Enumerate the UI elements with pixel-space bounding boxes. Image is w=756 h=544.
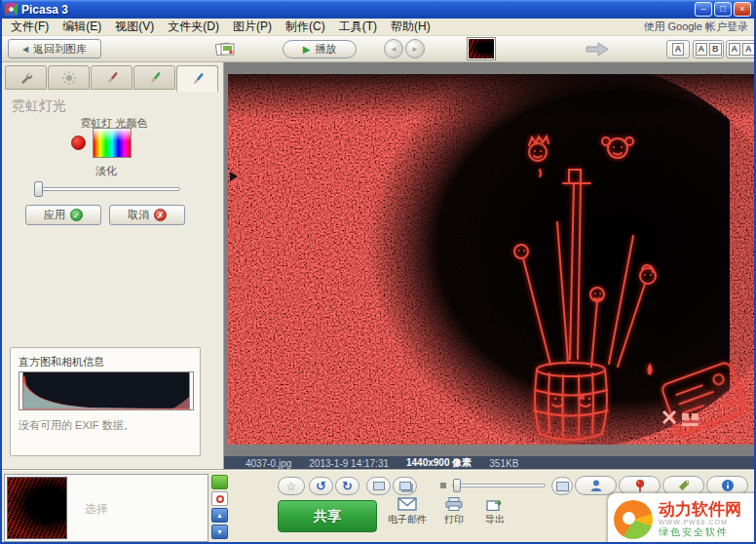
forward-arrow-button[interactable]: [585, 42, 610, 57]
compare-aa-1: A: [729, 43, 741, 56]
zoom-slider-track[interactable]: [452, 484, 546, 487]
upload-arrow-icon: ▲: [216, 512, 223, 519]
fade-slider-track[interactable]: [34, 187, 180, 191]
menubar: 文件(F) 编辑(E) 视图(V) 文件夹(D) 图片(P) 制作(C) 工具(…: [2, 19, 754, 36]
watermark-name: 动力软件网: [659, 500, 741, 519]
geotag-photo-button[interactable]: [393, 477, 417, 495]
view-single-label: A: [672, 43, 685, 56]
maximize-button[interactable]: □: [714, 2, 732, 17]
toolbar: ◀ 返回到图库 ▶ 播放 ◄ ► A A B: [2, 36, 754, 62]
apply-label: 应用: [44, 208, 65, 222]
menu-tools[interactable]: 工具(T): [332, 18, 384, 36]
tray-more-button[interactable]: ▼: [211, 525, 228, 539]
menu-create[interactable]: 制作(C): [279, 18, 332, 36]
app-icon: [5, 3, 18, 16]
print-button[interactable]: 打印: [436, 497, 472, 526]
menu-picture[interactable]: 图片(P): [226, 18, 279, 36]
envelope-icon: [397, 497, 417, 511]
prev-icon: ◄: [390, 45, 397, 54]
window-title: Picasa 3: [21, 3, 68, 17]
menu-file[interactable]: 文件(F): [4, 18, 56, 36]
clear-circle-icon: [216, 495, 224, 503]
close-button[interactable]: ×: [734, 2, 751, 17]
view-compare-ab-button[interactable]: A B: [693, 40, 724, 58]
photo-tray: 选择: [4, 474, 208, 542]
menu-view[interactable]: 视图(V): [108, 18, 161, 36]
places-button[interactable]: [619, 476, 661, 495]
exif-message: 没有可用的 EXIF 数据。: [19, 418, 134, 433]
histogram-info-box: 直方图和相机信息 没有可用的 EXIF 数据。: [10, 347, 201, 456]
tray-upload-button[interactable]: ▲: [211, 508, 228, 523]
wrench-icon: [19, 70, 34, 86]
menu-folder[interactable]: 文件夹(D): [161, 18, 226, 36]
photo-viewer: [224, 62, 756, 456]
email-label: 电子邮件: [388, 513, 427, 526]
photo-collage-icon[interactable]: [214, 40, 236, 58]
tab-basic-fixes[interactable]: [5, 65, 47, 90]
edit-tabstrip: [5, 65, 218, 92]
rotate-cw-button[interactable]: ↻: [335, 477, 359, 495]
color-picker-gradient[interactable]: [93, 128, 132, 158]
slideshow-next-button[interactable]: ►: [405, 39, 425, 58]
print-label: 打印: [444, 513, 464, 526]
export-button[interactable]: 导出: [475, 497, 514, 526]
printer-icon: [445, 497, 463, 511]
blue-brush-icon: [190, 71, 206, 87]
menu-edit[interactable]: 编辑(E): [56, 18, 108, 36]
view-compare-aa-button[interactable]: A A: [726, 40, 756, 58]
tags-button[interactable]: [662, 476, 704, 495]
share-button[interactable]: 共享: [278, 500, 377, 532]
play-icon: ▶: [303, 44, 311, 55]
status-dimensions: 1440x900 像素: [406, 456, 472, 470]
tab-effects-3[interactable]: [176, 65, 218, 92]
more-arrow-icon: ▼: [216, 528, 223, 535]
email-button[interactable]: 电子邮件: [382, 497, 433, 526]
rotate-cw-icon: ↻: [342, 479, 353, 493]
selected-color-swatch[interactable]: [71, 136, 86, 150]
compare-ab-a: A: [696, 43, 708, 56]
photo-canvas[interactable]: [228, 74, 754, 445]
fade-slider-thumb[interactable]: [34, 181, 43, 197]
cross-icon: ✗: [154, 209, 167, 221]
photo-stack-icon: [399, 482, 411, 490]
back-to-library-button[interactable]: ◀ 返回到图库: [8, 39, 101, 58]
share-label: 共享: [314, 508, 341, 525]
info-icon: [721, 479, 735, 492]
play-slideshow-button[interactable]: ▶ 播放: [283, 40, 357, 58]
slideshow-prev-button[interactable]: ◄: [384, 39, 403, 58]
export-icon: [486, 497, 504, 511]
back-to-library-label: 返回到图库: [33, 42, 87, 57]
rotate-ccw-button[interactable]: ↺: [309, 477, 333, 495]
zoom-out-icon[interactable]: [440, 483, 446, 488]
tab-tuning[interactable]: [48, 65, 90, 90]
view-single-button[interactable]: A: [666, 40, 690, 58]
status-filename: 4037-0.jpg: [246, 458, 291, 469]
compare-ab-b: B: [709, 43, 722, 56]
edit-panel: 霓虹灯光 霓虹灯 光颜色 淡化 应用 ✓ 取消 ✗ 直方图和相机信息 没有可用的…: [2, 62, 224, 470]
green-brush-icon: [147, 70, 163, 86]
tab-effects-1[interactable]: [91, 65, 132, 90]
star-button[interactable]: ☆: [278, 477, 305, 495]
tray-hold-button[interactable]: [211, 475, 228, 489]
zoom-fit-button[interactable]: [551, 477, 573, 495]
menu-help[interactable]: 帮助(H): [384, 18, 437, 36]
apply-button[interactable]: 应用 ✓: [25, 205, 101, 225]
histogram-chart: [19, 371, 194, 410]
fade-label: 淡化: [33, 164, 179, 178]
minimize-button[interactable]: –: [695, 2, 712, 17]
watermark-tagline: 绿色安全软件: [659, 525, 741, 539]
tray-clear-button[interactable]: [211, 491, 228, 506]
star-icon: ☆: [286, 480, 297, 493]
tag-photo-button[interactable]: [366, 477, 391, 495]
cancel-label: 取消: [128, 208, 149, 222]
zoom-slider-thumb[interactable]: [453, 479, 461, 492]
properties-button[interactable]: [706, 476, 748, 495]
google-login-link[interactable]: 使用 Google 帐户登录: [643, 19, 748, 34]
current-photo-thumbnail[interactable]: [467, 37, 496, 60]
tab-effects-2[interactable]: [133, 65, 175, 90]
cancel-button[interactable]: 取消 ✗: [109, 205, 185, 225]
tray-thumbnail[interactable]: [7, 477, 67, 539]
people-button[interactable]: [575, 476, 617, 495]
export-label: 导出: [485, 513, 505, 526]
watermark-badge: 动力软件网 WWW.PW88.COM 绿色安全软件: [608, 493, 756, 544]
